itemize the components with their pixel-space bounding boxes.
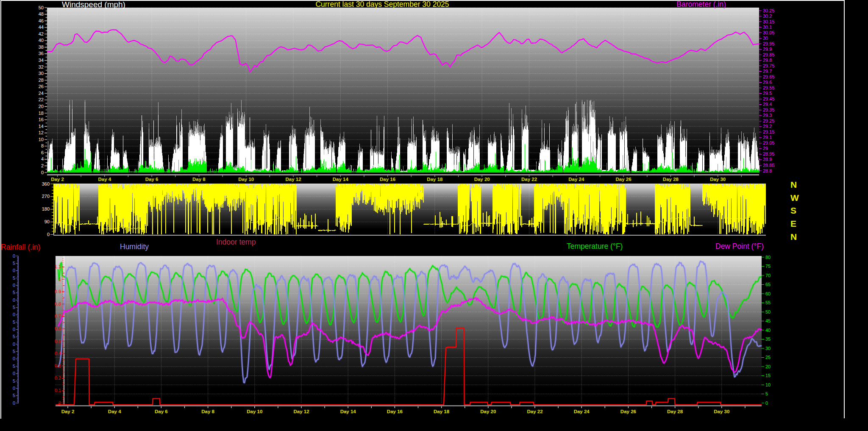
svg-text:12: 12	[39, 130, 44, 135]
svg-text:5: 5	[765, 391, 768, 396]
svg-text:0: 0	[765, 400, 768, 406]
svg-text:29.1: 29.1	[763, 135, 772, 140]
svg-text:Day 14: Day 14	[333, 177, 349, 182]
svg-text:N: N	[790, 232, 797, 242]
svg-text:0: 0	[13, 356, 15, 361]
svg-text:360: 360	[42, 181, 50, 186]
svg-text:Day 22: Day 22	[527, 409, 542, 414]
svg-text:30: 30	[765, 346, 771, 351]
svg-text:29.55: 29.55	[763, 85, 775, 90]
svg-text:28.9: 28.9	[763, 157, 772, 162]
svg-text:5: 5	[13, 320, 15, 325]
svg-text:20: 20	[765, 364, 771, 369]
svg-text:14: 14	[39, 124, 44, 129]
svg-text:55: 55	[765, 300, 771, 305]
svg-text:5: 5	[13, 261, 15, 266]
svg-text:32: 32	[39, 64, 44, 70]
svg-text:0: 0	[13, 268, 15, 273]
svg-text:0.8: 0.8	[55, 301, 61, 306]
svg-text:60: 60	[765, 291, 771, 296]
svg-text:Day 18: Day 18	[434, 409, 450, 414]
svg-text:0.9: 0.9	[55, 289, 61, 294]
svg-text:Day 2: Day 2	[51, 177, 64, 182]
svg-text:15: 15	[765, 373, 771, 378]
svg-text:29.45: 29.45	[763, 96, 775, 101]
svg-text:Humidity: Humidity	[120, 242, 149, 251]
svg-text:Day 14: Day 14	[340, 409, 356, 414]
svg-text:30: 30	[39, 71, 44, 76]
svg-text:0.4: 0.4	[55, 351, 61, 356]
svg-text:Day 4: Day 4	[108, 409, 121, 414]
svg-text:29.85: 29.85	[763, 52, 775, 57]
svg-text:0: 0	[13, 342, 15, 347]
svg-text:1.1: 1.1	[55, 264, 61, 269]
svg-text:0.1: 0.1	[55, 388, 61, 393]
svg-text:Day 28: Day 28	[667, 409, 683, 414]
svg-text:29.05: 29.05	[763, 140, 775, 145]
svg-text:E: E	[790, 219, 796, 228]
svg-text:Day 8: Day 8	[192, 177, 206, 182]
svg-text:Day 4: Day 4	[98, 177, 111, 182]
svg-text:29.9: 29.9	[763, 47, 772, 52]
svg-text:0: 0	[13, 371, 15, 376]
svg-text:S: S	[790, 206, 796, 215]
svg-text:Windspeed (mph): Windspeed (mph)	[62, 0, 125, 9]
svg-text:29.7: 29.7	[763, 69, 772, 74]
svg-text:Day 10: Day 10	[247, 409, 262, 414]
svg-text:29.6: 29.6	[763, 80, 772, 85]
svg-text:Day 26: Day 26	[616, 177, 632, 182]
svg-text:0: 0	[13, 298, 15, 303]
svg-text:2: 2	[41, 163, 44, 168]
svg-text:29.4: 29.4	[763, 102, 772, 107]
svg-text:5: 5	[13, 275, 15, 281]
svg-text:Day 30: Day 30	[710, 177, 726, 182]
svg-text:35: 35	[765, 336, 771, 342]
svg-text:80: 80	[765, 255, 771, 260]
svg-text:6: 6	[41, 150, 44, 155]
svg-text:18: 18	[39, 111, 44, 116]
svg-text:29.15: 29.15	[763, 129, 775, 134]
svg-text:Dew Point (°F): Dew Point (°F)	[715, 242, 764, 250]
svg-text:46: 46	[39, 18, 44, 23]
svg-text:Day 20: Day 20	[474, 177, 490, 182]
svg-text:30.2: 30.2	[763, 14, 772, 19]
svg-text:Day 6: Day 6	[145, 177, 159, 182]
svg-text:5: 5	[13, 349, 15, 354]
svg-text:65: 65	[765, 282, 771, 287]
svg-text:28.85: 28.85	[763, 163, 775, 168]
svg-text:29: 29	[763, 146, 768, 151]
svg-text:Day 16: Day 16	[380, 177, 395, 182]
svg-text:36: 36	[39, 51, 44, 56]
svg-text:29.3: 29.3	[763, 113, 772, 118]
svg-text:Indoor temp: Indoor temp	[216, 238, 256, 246]
svg-text:0: 0	[13, 386, 15, 391]
svg-text:10: 10	[39, 137, 44, 142]
svg-text:28.8: 28.8	[763, 168, 772, 173]
svg-text:24: 24	[39, 91, 44, 96]
svg-text:Day 12: Day 12	[293, 409, 309, 414]
svg-text:5: 5	[13, 290, 15, 295]
svg-text:70: 70	[765, 273, 771, 278]
svg-text:42: 42	[39, 31, 44, 36]
svg-text:Day 24: Day 24	[574, 409, 590, 414]
svg-text:Day 20: Day 20	[480, 409, 496, 414]
svg-text:Day 28: Day 28	[663, 177, 679, 182]
svg-text:26: 26	[39, 84, 44, 89]
svg-text:Day 18: Day 18	[427, 177, 443, 182]
svg-text:Day 30: Day 30	[714, 409, 729, 414]
svg-text:29.25: 29.25	[763, 118, 775, 123]
svg-text:5: 5	[13, 334, 15, 339]
svg-text:Current last 30 days September: Current last 30 days September 30 2025	[315, 0, 449, 8]
svg-text:0: 0	[13, 283, 15, 288]
svg-text:30: 30	[763, 36, 768, 41]
svg-text:0: 0	[47, 232, 50, 237]
svg-text:180: 180	[42, 206, 50, 211]
svg-text:90: 90	[45, 219, 50, 224]
svg-text:8: 8	[41, 143, 44, 148]
svg-text:50: 50	[765, 309, 771, 314]
svg-text:22: 22	[39, 97, 44, 102]
svg-text:N: N	[790, 180, 797, 189]
svg-text:29.8: 29.8	[763, 58, 772, 63]
svg-text:40: 40	[39, 38, 44, 43]
svg-text:10: 10	[765, 382, 771, 387]
